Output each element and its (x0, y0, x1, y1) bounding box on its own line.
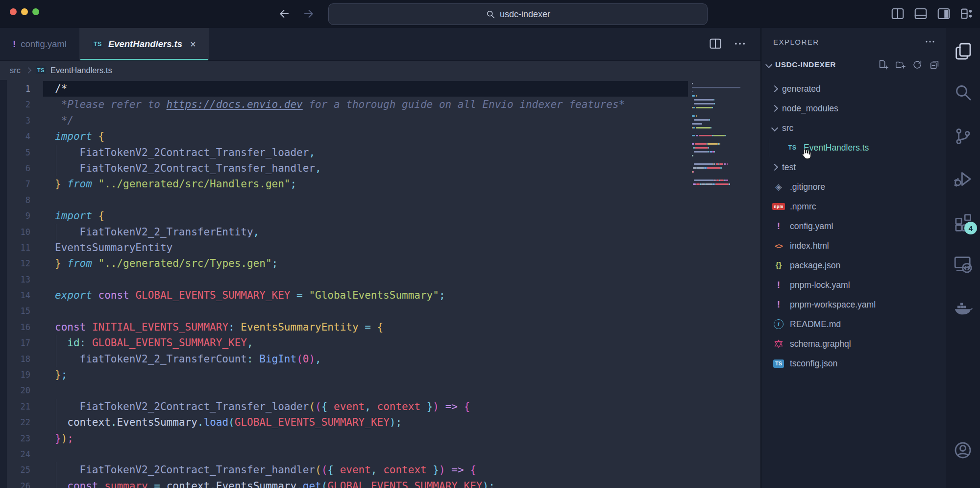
activity-account[interactable] (953, 440, 973, 460)
tree-item-pnpm-workspace.yaml[interactable]: !pnpm-workspace.yaml (761, 295, 947, 314)
code-line-12: 12} from "../generated/src/Types.gen"; (0, 256, 760, 271)
code-text (30, 272, 55, 287)
code-text (30, 383, 55, 398)
line-number: 21 (0, 399, 30, 414)
breadcrumb[interactable]: srcTSEventHandlers.ts (0, 60, 760, 80)
line-number: 20 (0, 383, 30, 398)
tree-item-config.yaml[interactable]: !config.yaml (761, 216, 947, 236)
new-file-icon[interactable] (878, 59, 888, 70)
collapse-all-icon[interactable] (929, 59, 940, 70)
activity-explorer[interactable] (953, 42, 973, 61)
code-text: */ (30, 113, 74, 128)
code-line-8: 8 (0, 192, 760, 208)
minimap[interactable] (692, 83, 750, 187)
tree-item-index.html[interactable]: <>index.html (761, 236, 947, 256)
more-actions-icon[interactable] (733, 37, 747, 51)
window-layout-controls (890, 6, 974, 21)
git-icon: ◈ (772, 181, 785, 192)
refresh-icon[interactable] (912, 59, 923, 70)
explorer-section-usdc-indexer[interactable]: USDC-INDEXER (766, 56, 940, 73)
typescript-icon: TS (36, 66, 46, 74)
code-line-14: 14export const GLOBAL_EVENTS_SUMMARY_KEY… (0, 287, 760, 303)
remote-icon (953, 254, 973, 274)
activity-run-debug[interactable] (953, 169, 973, 189)
back-arrow-icon[interactable] (277, 7, 291, 21)
minimize-light-icon[interactable] (21, 8, 28, 15)
tree-item-README.md[interactable]: iREADME.md (761, 314, 947, 334)
forward-arrow-icon[interactable] (302, 7, 316, 21)
new-folder-icon[interactable] (895, 59, 906, 70)
activity-remote-explorer[interactable] (953, 254, 973, 274)
docker-icon (953, 298, 973, 318)
split-columns-icon[interactable] (890, 6, 905, 21)
tree-item-package.json[interactable]: {}package.json (761, 256, 947, 275)
nav-arrows (277, 7, 316, 21)
code-text: import { (30, 208, 104, 224)
code-text (30, 192, 55, 208)
tab-EventHandlers.ts[interactable]: TSEventHandlers.ts× (79, 28, 209, 60)
code-line-10: 10 FiatTokenV2_2_TransferEntity, (0, 224, 760, 240)
tree-item-src[interactable]: src (761, 118, 947, 138)
traffic-lights (10, 8, 39, 15)
command-center-search[interactable]: usdc-indexer (328, 3, 708, 25)
minimap-line (692, 151, 750, 153)
zoom-light-icon[interactable] (32, 8, 39, 15)
minimap-line (692, 111, 750, 112)
tree-item-node_modules[interactable]: node_modules (761, 99, 947, 118)
line-number: 1 (0, 81, 30, 97)
code-line-25: 25 FiatTokenV2_2Contract_Transfer_handle… (0, 462, 760, 478)
code-text (30, 446, 55, 462)
mouse-hand-cursor (800, 147, 812, 160)
tab-bar: !config.yamlTSEventHandlers.ts× (0, 28, 760, 61)
tree-item-.npmrc[interactable]: npm.npmrc (761, 197, 947, 216)
tree-item-test[interactable]: test (761, 157, 947, 177)
minimap-line (692, 83, 750, 84)
minimap-line (692, 171, 750, 173)
minimap-line (692, 163, 750, 165)
tree-item-.gitignore[interactable]: ◈.gitignore (761, 177, 947, 197)
tree-item-pnpm-lock.yaml[interactable]: !pnpm-lock.yaml (761, 275, 947, 295)
panel-right-icon[interactable] (936, 6, 951, 21)
code-line-23: 23}); (0, 431, 760, 446)
activity-search[interactable] (953, 82, 973, 102)
tree-item-generated[interactable]: generated (761, 79, 947, 99)
breadcrumb-item-src[interactable]: src (10, 66, 21, 75)
line-number: 17 (0, 335, 30, 351)
line-number: 18 (0, 351, 30, 367)
graphql-icon (772, 339, 785, 349)
chevron-down-icon (765, 61, 772, 68)
code-editor[interactable]: 1/*2 *Please refer to https://docs.envio… (0, 80, 760, 488)
editor-column: !config.yamlTSEventHandlers.ts× srcTSEve… (0, 28, 760, 488)
close-light-icon[interactable] (10, 8, 17, 15)
line-number: 14 (0, 287, 30, 303)
minimap-line (692, 123, 750, 125)
tree-item-schema.graphql[interactable]: schema.graphql (761, 334, 947, 354)
minimap-line (692, 167, 750, 169)
code-line-17: 17 id: GLOBAL_EVENTS_SUMMARY_KEY, (0, 335, 760, 351)
close-icon[interactable]: × (190, 39, 196, 50)
tree-item-EventHandlers.ts[interactable]: TSEventHandlers.ts (761, 138, 947, 157)
account-icon (953, 440, 973, 460)
minimap-line (692, 183, 750, 185)
code-line-22: 22 context.EventsSummary.load(GLOBAL_EVE… (0, 414, 760, 430)
split-editor-icon[interactable] (709, 37, 722, 51)
minimap-line (692, 127, 750, 128)
code-line-24: 24 (0, 446, 760, 462)
code-text: FiatTokenV2_2_TransferEntity, (30, 224, 259, 240)
breadcrumb-item-EventHandlers.ts[interactable]: EventHandlers.ts (50, 66, 112, 75)
tree-item-label: generated (782, 84, 821, 94)
minimap-line (692, 143, 750, 145)
activity-source-control[interactable] (953, 127, 973, 146)
tree-item-tsconfig.json[interactable]: TStsconfig.json (761, 354, 947, 373)
extensions-badge: 4 (964, 222, 977, 234)
activity-docker[interactable] (953, 298, 973, 318)
tab-config.yaml[interactable]: !config.yaml (0, 28, 79, 60)
layout-customize-icon[interactable] (959, 6, 974, 21)
line-number: 13 (0, 272, 30, 287)
code-text: import { (30, 128, 104, 144)
code-text: }; (30, 367, 67, 383)
debug-icon (953, 169, 973, 189)
panel-bottom-icon[interactable] (913, 6, 928, 21)
minimap-line (692, 115, 750, 117)
more-actions-icon[interactable] (924, 36, 936, 48)
